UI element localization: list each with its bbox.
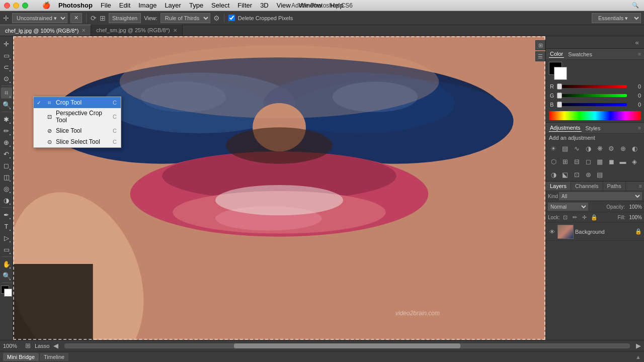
color-tab[interactable]: Color <box>549 50 564 58</box>
edit-menu-item[interactable]: Edit <box>115 0 134 11</box>
gradient-map-icon[interactable]: ▬ <box>617 156 628 167</box>
minimize-button[interactable] <box>13 3 19 9</box>
maximize-button[interactable] <box>22 3 28 9</box>
swatches-tab[interactable]: Swatches <box>567 51 593 58</box>
color-selector[interactable] <box>1 286 12 297</box>
g-slider-thumb[interactable] <box>557 93 562 99</box>
constraint-select[interactable]: Unconstrained ▾ <box>12 13 67 23</box>
color-spectrum-bar[interactable] <box>549 111 641 120</box>
panel-expand-icon[interactable]: ▲ <box>635 354 641 360</box>
scrollbar-thumb[interactable] <box>234 343 460 348</box>
shape-tool-button[interactable]: ▭ ▲ <box>1 244 12 255</box>
blur-tool-button[interactable]: ◎ ▲ <box>1 183 12 194</box>
context-menu-crop-tool[interactable]: ✓ ⌗ Crop Tool C <box>34 97 121 108</box>
panel-collapse-icon[interactable]: « <box>632 37 642 47</box>
file-menu-item[interactable]: File <box>97 0 115 11</box>
lock-transparency-icon[interactable]: ⊡ <box>561 213 570 221</box>
mini-bridge-tab[interactable]: Mini Bridge <box>3 353 39 361</box>
view-select[interactable]: Rule of Thirds <box>160 13 210 23</box>
adjustments-tab[interactable]: Adjustments <box>549 124 582 132</box>
scroll-left-arrow[interactable]: ◀ <box>53 342 58 349</box>
context-menu-perspective-crop[interactable]: ⊡ Perspective Crop Tool C <box>34 108 121 125</box>
refresh-icon[interactable]: ⟳ <box>91 14 97 22</box>
crop-option-icon[interactable]: ⊞ <box>100 14 106 22</box>
shadows-highlights-icon[interactable]: ◑ <box>548 169 559 180</box>
layer-visibility-eye[interactable]: 👁 <box>548 228 556 236</box>
r-slider-track[interactable] <box>557 85 627 88</box>
timeline-tab[interactable]: Timeline <box>40 353 68 361</box>
dodge-tool-button[interactable]: ◑ ▲ <box>1 195 12 206</box>
photo-filter-icon[interactable]: ⬡ <box>548 156 559 167</box>
type-menu-item[interactable]: Type <box>185 0 207 11</box>
brightness-contrast-icon[interactable]: ☀ <box>548 143 559 154</box>
sync-settings-icon[interactable]: ⊞ <box>535 40 545 50</box>
view-settings-icon[interactable]: ⚙ <box>213 14 220 22</box>
threshold-icon[interactable]: ◼ <box>606 156 617 167</box>
curves-icon[interactable]: ∿ <box>571 143 582 154</box>
quick-select-button[interactable]: ⊙ ▲ <box>1 73 12 84</box>
clear-button[interactable]: ✕ <box>70 13 82 23</box>
invert-icon[interactable]: ◻ <box>583 156 594 167</box>
match-color-icon[interactable]: ⊡ <box>571 169 582 180</box>
eraser-button[interactable]: ◻ ▲ <box>1 160 12 171</box>
posterize-icon[interactable]: ▦ <box>594 156 605 167</box>
equalize-icon[interactable]: ▤ <box>594 169 605 180</box>
tab-chef-lg[interactable]: chef_lg.jpg @ 100% (RGB/8*) ✕ <box>0 25 91 36</box>
fg-bg-selector[interactable] <box>549 62 567 80</box>
b-slider-thumb[interactable] <box>557 102 562 108</box>
close-button[interactable] <box>4 3 10 9</box>
blend-mode-select[interactable]: Normal <box>548 203 588 211</box>
lock-position-icon[interactable]: ✛ <box>581 213 589 221</box>
gradient-tool-button[interactable]: ◫ ▲ <box>1 171 12 183</box>
vibrance-icon[interactable]: ❋ <box>594 143 605 154</box>
panel-options-icon[interactable]: ☰ <box>535 51 545 61</box>
pen-tool-button[interactable]: ✒ ▲ <box>1 209 12 220</box>
background-swatch[interactable] <box>554 67 567 80</box>
layers-tab[interactable]: Layers <box>546 182 571 191</box>
tab-chef-sm-close[interactable]: ✕ <box>173 28 177 33</box>
kind-filter-select[interactable]: All <box>559 192 642 200</box>
hand-tool-button[interactable]: ✋ ▲ <box>1 258 12 269</box>
g-slider-track[interactable] <box>557 94 627 97</box>
color-lookup-icon[interactable]: ⊟ <box>571 156 582 167</box>
context-menu-slice-tool[interactable]: ⊘ Slice Tool C <box>34 125 121 136</box>
history-brush-button[interactable]: ↶ ▲ <box>1 148 12 159</box>
horizontal-scrollbar[interactable] <box>64 343 630 348</box>
type-tool-button[interactable]: T ▲ <box>1 221 12 232</box>
levels-icon[interactable]: ▤ <box>559 143 571 154</box>
brush-tool-button[interactable]: ✏ ▲ <box>1 125 12 136</box>
background-color[interactable] <box>4 289 12 297</box>
select-menu-item[interactable]: Select <box>207 0 233 11</box>
status-document-icon[interactable]: ⊞ <box>25 342 31 349</box>
exposure-icon[interactable]: ◑ <box>583 143 594 154</box>
paths-tab[interactable]: Paths <box>603 182 626 191</box>
color-panel-menu[interactable]: ≡ <box>638 51 641 57</box>
clone-stamp-button[interactable]: ⊕ ▲ <box>1 137 12 148</box>
move-tool-icon[interactable]: ✛ <box>3 14 9 22</box>
color-balance-icon[interactable]: ⊕ <box>617 143 628 154</box>
apple-menu-item[interactable]: 🍎 <box>38 0 54 11</box>
lasso-tool-button[interactable]: ⊂ ▲ <box>1 61 12 72</box>
channels-tab[interactable]: Channels <box>571 182 603 191</box>
desaturate-icon[interactable]: ⬕ <box>559 169 571 180</box>
layer-menu-item[interactable]: Layer <box>160 0 185 11</box>
tab-chef-sm[interactable]: chef_sm.jpg @ 25% (RGB/8*) ✕ <box>91 25 182 36</box>
zoom-tool-button[interactable]: 🔍 ▲ <box>1 270 12 281</box>
photoshop-menu-item[interactable]: Photoshop <box>54 0 97 11</box>
channel-mixer-icon[interactable]: ⊞ <box>559 156 571 167</box>
selective-color-icon[interactable]: ◈ <box>629 156 640 167</box>
background-layer-row[interactable]: 👁 Background 🔒 <box>546 223 644 241</box>
adjustments-menu[interactable]: ≡ <box>638 125 641 131</box>
workspace-select[interactable]: Essentials ▾ <box>592 13 641 23</box>
canvas-area[interactable]: ✓ ⌗ Crop Tool C ⊡ Perspective Crop Tool … <box>13 36 545 340</box>
tab-chef-lg-close[interactable]: ✕ <box>82 28 86 33</box>
eyedropper-button[interactable]: 🔍 ▲ <box>1 99 12 110</box>
straighten-button[interactable]: Straighten <box>109 13 141 23</box>
crop-tool-button[interactable]: ⌗ ▲ <box>1 87 12 99</box>
lock-image-icon[interactable]: ✏ <box>571 213 579 221</box>
rectangular-marquee-button[interactable]: ▭ ▲ <box>1 50 12 61</box>
path-selection-button[interactable]: ▷ ▲ <box>1 232 12 243</box>
delete-cropped-checkbox[interactable] <box>228 15 235 21</box>
styles-tab[interactable]: Styles <box>585 125 602 132</box>
filter-menu-item[interactable]: Filter <box>233 0 256 11</box>
